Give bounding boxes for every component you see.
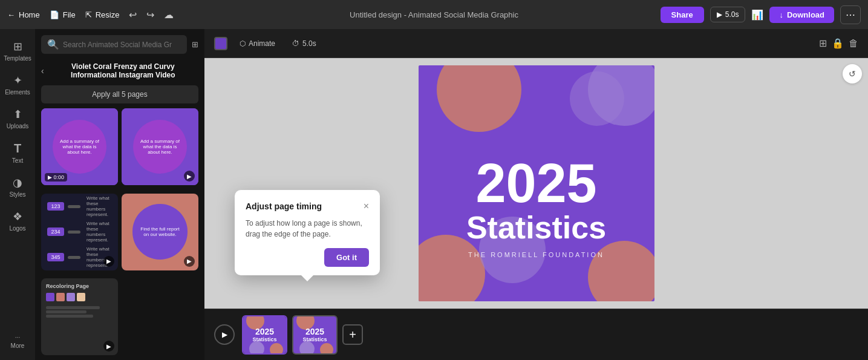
home-button[interactable]: ← Home xyxy=(7,10,40,19)
more-icon: ··· xyxy=(15,334,20,341)
sidebar-item-text[interactable]: T Text xyxy=(2,137,33,169)
filter-button[interactable]: ⊞ xyxy=(192,40,198,49)
search-box[interactable]: 🔍 xyxy=(41,35,187,54)
topbar: ← Home 📄 File ⇱ Resize ↩ ↪ ☁ Untitled de… xyxy=(0,0,868,29)
canvas-foundation: THE ROMRIELL FOUNDATION xyxy=(468,251,604,258)
template-card-2[interactable]: Add a summary of what the data is about … xyxy=(122,108,198,185)
file-icon: 📄 xyxy=(50,10,59,19)
back-button[interactable]: ‹ xyxy=(41,66,44,76)
toolbar-right: ⊞ 🔒 🗑 xyxy=(819,38,858,49)
apply-all-button[interactable]: Apply all 5 pages xyxy=(41,85,198,103)
template-card-3[interactable]: 123 Write what these numbers represent. … xyxy=(41,194,118,270)
canvas-stats-label: Statistics xyxy=(466,211,606,245)
play-time-button[interactable]: ▶ 5.0s xyxy=(710,7,746,22)
elements-icon: ✦ xyxy=(13,74,22,87)
file-button[interactable]: 📄 File xyxy=(50,10,76,19)
refresh-button[interactable]: ↺ xyxy=(843,64,862,83)
resize-button[interactable]: ⇱ Resize xyxy=(85,10,120,19)
canvas-toolbar: ⬡ Animate ⏱ 5.0s ⊞ 🔒 🗑 xyxy=(204,29,868,58)
stats-icon[interactable]: 📊 xyxy=(751,9,763,21)
redo-button[interactable]: ↪ xyxy=(146,9,154,21)
adjust-timing-popup: Adjust page timing × To adjust how long … xyxy=(235,190,380,275)
play-badge-3: ▶ xyxy=(103,256,114,267)
lock-icon[interactable]: 🔒 xyxy=(832,38,844,49)
play-icon: ▶ xyxy=(717,10,722,19)
logos-icon: ❖ xyxy=(13,210,22,223)
timeline-pages: 2025 Statistics 2025 Statistics xyxy=(242,315,363,355)
template-card-4[interactable]: Find the full report on our website. ▶ xyxy=(122,194,198,270)
topbar-right: Share ▶ 5.0s 📊 ↓ Download ⋯ xyxy=(661,5,861,24)
download-button[interactable]: ↓ Download xyxy=(769,7,834,23)
template-grid: Add a summary of what the data is about … xyxy=(35,108,204,360)
grid-icon[interactable]: ⊞ xyxy=(819,38,827,49)
templates-icon: ⊞ xyxy=(13,40,22,53)
main-layout: ⊞ Templates ✦ Elements ⬆ Uploads T Text … xyxy=(0,29,868,360)
sidebar-item-logos[interactable]: ❖ Logos xyxy=(2,205,33,237)
uploads-icon: ⬆ xyxy=(13,108,22,121)
sidebar-item-templates[interactable]: ⊞ Templates xyxy=(2,35,33,67)
template-card-5[interactable]: Recoloring Page ▶ xyxy=(41,278,118,355)
resize-icon: ⇱ xyxy=(85,10,92,19)
timeline-bar: ▶ 2025 Statistics xyxy=(204,309,868,360)
home-icon: ← xyxy=(7,10,15,19)
search-input[interactable] xyxy=(63,41,181,49)
page-2-inner: 2025 Statistics xyxy=(293,316,336,353)
sidebar-more-button[interactable]: ··· More xyxy=(2,329,33,354)
duration-button[interactable]: ⏱ 5.0s xyxy=(287,37,321,50)
page-1-inner: 2025 Statistics xyxy=(243,316,286,353)
play-badge-2: ▶ xyxy=(184,171,195,182)
popup-arrow xyxy=(301,275,313,281)
design-canvas: 2025 Statistics THE ROMRIELL FOUNDATION xyxy=(419,65,654,301)
timer-badge: ▶ 0:00 xyxy=(45,173,67,182)
canvas-year: 2025 xyxy=(475,156,596,211)
popup-body: To adjust how long a page is shown, drag… xyxy=(246,218,369,240)
timeline-play-button[interactable]: ▶ xyxy=(214,324,235,345)
topbar-left: ← Home 📄 File ⇱ Resize ↩ ↪ ☁ xyxy=(7,9,174,21)
canvas-area: ⬡ Animate ⏱ 5.0s ⊞ 🔒 🗑 xyxy=(204,29,868,360)
share-button[interactable]: Share xyxy=(661,7,704,23)
timeline-page-2[interactable]: 2025 Statistics xyxy=(292,315,338,355)
cloud-button[interactable]: ☁ xyxy=(164,9,174,21)
template-title-bar: ‹ Violet Coral Frenzy and Curvy Informat… xyxy=(35,57,204,82)
text-icon: T xyxy=(14,142,21,155)
play-badge-4: ▶ xyxy=(184,256,195,267)
color-swatch[interactable] xyxy=(214,37,227,50)
download-icon: ↓ xyxy=(779,10,783,19)
timeline-page-1[interactable]: 2025 Statistics xyxy=(242,315,287,355)
document-title: Untitled design - Animated Social Media … xyxy=(350,10,518,19)
animate-icon: ⬡ xyxy=(240,39,246,48)
icon-sidebar: ⊞ Templates ✦ Elements ⬆ Uploads T Text … xyxy=(0,29,35,360)
template-name: Violet Coral Frenzy and Curvy Informatio… xyxy=(48,62,198,79)
got-it-button[interactable]: Got it xyxy=(324,248,369,267)
sidebar-item-elements[interactable]: ✦ Elements xyxy=(2,69,33,100)
more-options-button[interactable]: ⋯ xyxy=(840,5,861,24)
animate-button[interactable]: ⬡ Animate xyxy=(235,37,280,50)
popup-header: Adjust page timing × xyxy=(246,201,369,212)
template-card-1[interactable]: Add a summary of what the data is about … xyxy=(41,108,118,185)
search-icon: 🔍 xyxy=(47,39,59,50)
add-page-button[interactable]: + xyxy=(342,324,363,345)
undo-button[interactable]: ↩ xyxy=(129,9,137,21)
popup-close-button[interactable]: × xyxy=(364,201,369,212)
styles-icon: ◑ xyxy=(13,176,22,189)
trash-icon[interactable]: 🗑 xyxy=(849,38,858,49)
template-panel: 🔍 ⊞ ‹ Violet Coral Frenzy and Curvy Info… xyxy=(35,29,204,360)
sidebar-item-styles[interactable]: ◑ Styles xyxy=(2,171,33,203)
clock-icon: ⏱ xyxy=(292,39,299,48)
sidebar-item-uploads[interactable]: ⬆ Uploads xyxy=(2,103,33,134)
panel-header: 🔍 ⊞ xyxy=(35,29,204,57)
play-badge-5: ▶ xyxy=(103,341,114,352)
popup-title: Adjust page timing xyxy=(246,201,322,211)
